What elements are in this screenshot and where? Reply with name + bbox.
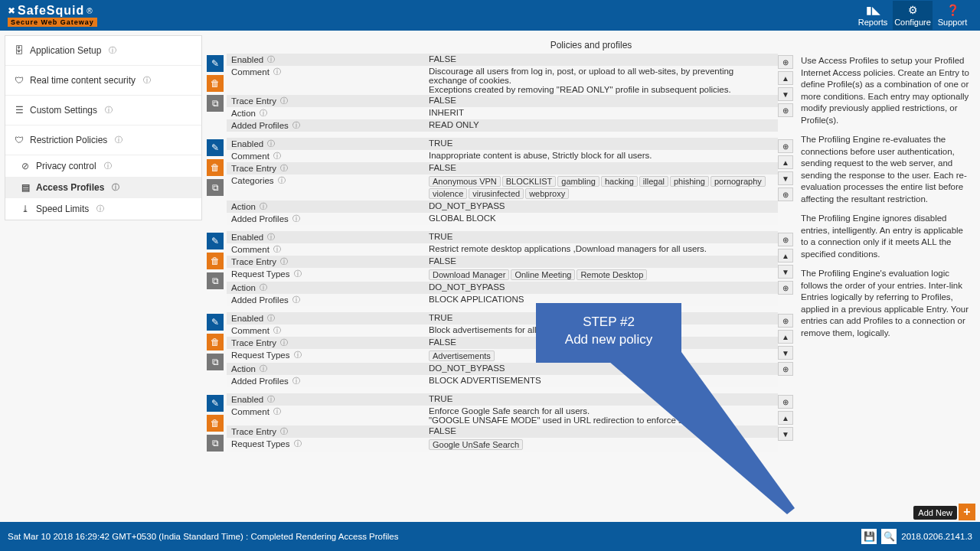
sidebar-item-app-setup[interactable]: 🗄 Application Setup ⓘ xyxy=(5,36,201,66)
sidebar-label: Application Setup xyxy=(30,45,101,56)
gears-icon: ⚙ xyxy=(893,4,933,16)
briefcase-icon: 🗄 xyxy=(15,45,24,56)
sidebar-item-privacy[interactable]: ⊘ Privacy control ⓘ xyxy=(5,155,201,177)
move-top-button[interactable]: ⊕ xyxy=(778,233,793,246)
sidebar-item-speed-limits[interactable]: ⤓ Speed Limits ⓘ xyxy=(5,198,201,220)
move-top-button[interactable]: ⊕ xyxy=(778,55,793,69)
info-icon: ⓘ xyxy=(115,135,122,145)
info-icon: ⓘ xyxy=(267,232,275,243)
search-icon[interactable]: 🔍 xyxy=(881,529,897,544)
clone-button[interactable]: ⧉ xyxy=(207,272,224,289)
brand-name: SafeSquid xyxy=(18,4,84,18)
tag: Online Meeting xyxy=(511,269,575,280)
policy-field-label: Comment ⓘ xyxy=(227,406,424,418)
info-icon: ⓘ xyxy=(112,182,119,193)
policy-field-label: Comment ⓘ xyxy=(227,150,424,162)
move-up-button[interactable]: ▲ xyxy=(778,249,793,262)
move-bottom-button[interactable]: ⊕ xyxy=(778,103,793,117)
policy-row: Trace Entry ⓘFALSE xyxy=(227,162,778,174)
sidebar-item-access-profiles[interactable]: ▤ Access Profiles ⓘ xyxy=(5,177,201,198)
info-icon: ⓘ xyxy=(292,376,300,386)
policy-row: Action ⓘDO_NOT_BYPASS xyxy=(227,201,778,213)
add-new-tooltip: Add New xyxy=(913,506,957,520)
info-icon: ⓘ xyxy=(292,214,300,224)
reports-button[interactable]: ▮◣ Reports xyxy=(853,1,893,30)
policy-row: Enabled ⓘTRUE xyxy=(227,231,778,243)
policy-field-value: TRUE xyxy=(424,231,778,242)
clone-button[interactable]: ⧉ xyxy=(207,435,224,452)
policy-field-label: Added Profiles ⓘ xyxy=(227,119,424,132)
tag: pornography xyxy=(710,176,766,187)
policy-row: Enabled ⓘTRUE xyxy=(227,138,778,150)
policy-field-label: Comment ⓘ xyxy=(227,324,424,337)
policy-tools: ✎🗑⧉ xyxy=(207,312,227,387)
info-icon: ⓘ xyxy=(280,256,288,267)
move-top-button[interactable]: ⊕ xyxy=(778,139,793,153)
policy-row: Added Profiles ⓘGLOBAL BLOCK xyxy=(227,213,778,225)
policy-row: Trace Entry ⓘFALSE xyxy=(227,256,778,268)
sidebar-item-custom[interactable]: ☰ Custom Settings ⓘ xyxy=(5,96,201,126)
add-new-button[interactable]: + xyxy=(959,504,975,520)
edit-button[interactable]: ✎ xyxy=(207,233,224,249)
info-icon: ⓘ xyxy=(267,313,275,324)
top-bar: ✖ SafeSquid ® Secure Web Gateway ▮◣ Repo… xyxy=(0,0,980,31)
edit-button[interactable]: ✎ xyxy=(207,139,224,156)
move-up-button[interactable]: ▲ xyxy=(778,71,793,85)
svg-marker-0 xyxy=(609,352,795,514)
sidebar-item-realtime[interactable]: 🛡 Real time content security ⓘ xyxy=(5,66,201,96)
policy-field-value: FALSE xyxy=(424,162,778,173)
info-icon: ⓘ xyxy=(260,364,267,374)
edit-button[interactable]: ✎ xyxy=(207,55,224,72)
policy-field-label: Action ⓘ xyxy=(227,282,424,294)
delete-button[interactable]: 🗑 xyxy=(207,415,224,432)
policy-field-value: READ ONLY xyxy=(424,119,778,130)
help-panel: Use Access Profiles to setup your Profil… xyxy=(801,54,975,520)
info-icon: ⓘ xyxy=(267,139,275,149)
move-bottom-button[interactable]: ⊕ xyxy=(778,187,793,201)
delete-button[interactable]: 🗑 xyxy=(207,75,224,92)
move-down-button[interactable]: ▼ xyxy=(778,171,793,185)
footer-status: Sat Mar 10 2018 16:29:42 GMT+0530 (India… xyxy=(8,532,398,541)
tag: illegal xyxy=(639,176,668,187)
sidebar-item-restriction[interactable]: 🛡 Restriction Policies ⓘ xyxy=(5,126,201,155)
move-bottom-button[interactable]: ⊕ xyxy=(778,281,793,295)
policy-field-label: Action ⓘ xyxy=(227,201,424,213)
clone-button[interactable]: ⧉ xyxy=(207,354,224,370)
delete-button[interactable]: 🗑 xyxy=(207,159,224,176)
policy-field-label: Added Profiles ⓘ xyxy=(227,375,424,387)
move-down-button[interactable]: ▼ xyxy=(778,265,793,279)
support-button[interactable]: ❓ Support xyxy=(933,1,972,30)
shield-icon: 🛡 xyxy=(15,135,24,145)
policy-block: ✎🗑⧉Enabled ⓘTRUEComment ⓘRestrict remote… xyxy=(207,231,796,306)
move-down-button[interactable]: ▼ xyxy=(778,87,793,101)
clone-button[interactable]: ⧉ xyxy=(207,179,224,196)
info-icon: ⓘ xyxy=(273,67,281,77)
policy-side-controls: ⊕▲▼⊕ xyxy=(778,231,796,306)
move-up-button[interactable]: ▲ xyxy=(778,155,793,169)
policy-row: Action ⓘINHERIT xyxy=(227,107,778,119)
delete-button[interactable]: 🗑 xyxy=(207,334,224,350)
main-area: 🗄 Application Setup ⓘ 🛡 Real time conten… xyxy=(0,31,980,522)
save-icon[interactable]: 💾 xyxy=(861,529,877,544)
eye-icon: ⊘ xyxy=(21,161,30,171)
policy-grid: Enabled ⓘFALSEComment ⓘDiscourage all us… xyxy=(227,54,778,132)
info-icon: ⓘ xyxy=(280,96,288,106)
policy-grid: Enabled ⓘTRUEComment ⓘRestrict remote de… xyxy=(227,231,778,306)
policy-field-value: Download ManagerOnline MeetingRemote Des… xyxy=(424,268,778,282)
policy-field-label: Trace Entry ⓘ xyxy=(227,425,424,438)
sidebar-label: Speed Limits xyxy=(36,204,89,214)
edit-button[interactable]: ✎ xyxy=(207,314,224,331)
page-title: Policies and profiles xyxy=(207,35,975,54)
info-icon: ⓘ xyxy=(267,394,275,405)
info-icon: ⓘ xyxy=(280,163,288,174)
delete-button[interactable]: 🗑 xyxy=(207,253,224,269)
configure-button[interactable]: ⚙ Configure xyxy=(893,1,933,30)
policy-row: Enabled ⓘFALSE xyxy=(227,54,778,66)
tag: Google UnSafe Search xyxy=(429,439,523,450)
policy-field-label: Enabled ⓘ xyxy=(227,231,424,243)
clone-button[interactable]: ⧉ xyxy=(207,95,224,112)
tag: BLOCKLIST xyxy=(502,176,557,187)
edit-button[interactable]: ✎ xyxy=(207,395,224,412)
support-label: Support xyxy=(938,18,968,27)
tag: Download Manager xyxy=(429,269,509,280)
